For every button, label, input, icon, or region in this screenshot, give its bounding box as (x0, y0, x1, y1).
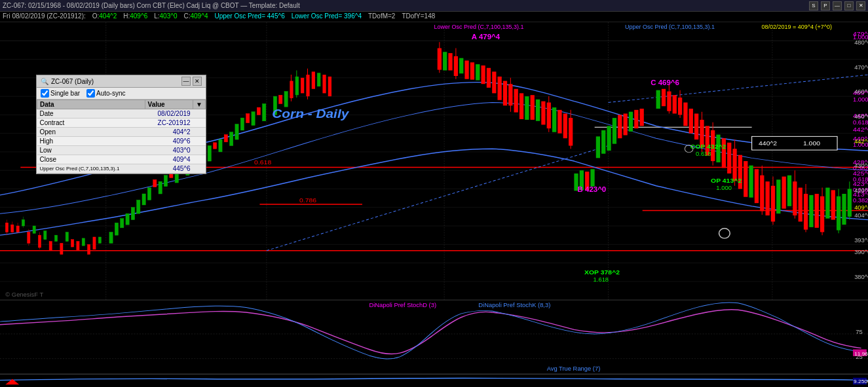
svg-rect-56 (126, 213, 129, 225)
svg-text:Corn - Daily: Corn - Daily (272, 107, 349, 120)
svg-rect-176 (809, 195, 813, 227)
s-button[interactable]: S (809, 1, 818, 10)
dw-label-cell: High (37, 137, 145, 146)
svg-rect-55 (121, 219, 124, 228)
svg-rect-95 (328, 77, 331, 96)
svg-text:© GenesisF T: © GenesisF T (5, 292, 43, 298)
svg-text:425^0: 425^0 (853, 170, 868, 176)
svg-rect-122 (557, 110, 561, 134)
svg-rect-60 (147, 188, 151, 200)
svg-text:1.000: 1.000 (716, 185, 732, 191)
svg-text:1.000: 1.000 (853, 96, 868, 102)
svg-text:404^6: 404^6 (854, 212, 868, 218)
minimize-button[interactable]: — (833, 1, 842, 10)
chart-container[interactable]: Lower Osc Pred (C,7,100,135,3).1 Upper O… (0, 22, 868, 387)
svg-text:450^0: 450^0 (854, 113, 868, 119)
svg-rect-92 (312, 71, 315, 88)
svg-text:442^6: 442^6 (854, 138, 868, 144)
svg-rect-146 (683, 103, 687, 126)
svg-rect-160 (744, 161, 747, 197)
dw-table-row: Date08/02/2019 (37, 109, 206, 119)
col-value-header: Value (145, 100, 193, 109)
svg-text:11.96: 11.96 (854, 351, 868, 357)
auto-sync-checkbox[interactable]: Auto-sync (86, 89, 125, 98)
svg-rect-41 (71, 240, 74, 247)
svg-rect-129 (590, 169, 594, 186)
svg-text:0.618: 0.618 (254, 158, 272, 165)
svg-rect-137 (634, 110, 638, 128)
dw-table-row: Close409^4 (37, 155, 206, 164)
dw-table-row: ContractZC-201912 (37, 119, 206, 128)
infobar: Fri 08/02/2019 (ZC-201912): O:404^2 H:40… (0, 12, 868, 22)
close-button[interactable]: ✕ (856, 1, 865, 10)
svg-rect-49 (54, 235, 57, 241)
svg-text:0.382: 0.382 (853, 198, 868, 204)
svg-rect-42 (77, 242, 79, 250)
svg-rect-48 (44, 231, 47, 240)
svg-text:COP 432^2: COP 432^2 (690, 143, 726, 150)
main-area: Lower Osc Pred (C,7,100,135,3).1 Upper O… (0, 22, 868, 387)
svg-text:440^2: 440^2 (759, 140, 778, 147)
titlebar-text: ZC-067: 02/15/1968 - 08/02/2019 (Daily b… (3, 2, 300, 9)
svg-text:390^0: 390^0 (854, 249, 868, 255)
svg-rect-180 (825, 188, 829, 219)
svg-rect-69 (235, 124, 238, 140)
svg-text:A 479^4: A 479^4 (472, 33, 500, 41)
svg-rect-165 (766, 181, 770, 215)
svg-rect-177 (815, 194, 819, 228)
svg-rect-54 (115, 223, 118, 235)
dw-label-cell: Low (37, 146, 145, 155)
svg-rect-113 (514, 89, 518, 113)
dw-minimize[interactable]: — (181, 77, 191, 86)
svg-rect-114 (519, 93, 523, 119)
svg-text:9.2500: 9.2500 (854, 379, 868, 385)
single-bar-checkbox[interactable]: Single bar (41, 89, 80, 98)
titlebar-controls: S P — □ ✕ (809, 1, 865, 10)
dw-value-cell: 08/02/2019 (145, 109, 193, 119)
p-button[interactable]: P (821, 1, 830, 10)
dw-close[interactable]: ✕ (193, 77, 202, 86)
svg-rect-106 (481, 65, 485, 84)
dw-table-row: Low403^0 (37, 146, 206, 155)
open-info: O:404^2 (92, 12, 117, 21)
svg-text:Avg True Range (7): Avg True Range (7) (547, 366, 601, 372)
col-scroll[interactable]: ▼ (193, 100, 206, 109)
svg-text:DiNapoli Pref StochD (3): DiNapoli Pref StochD (3) (369, 303, 436, 308)
svg-rect-66 (208, 145, 211, 161)
svg-rect-52 (98, 237, 101, 243)
svg-rect-110 (503, 81, 507, 106)
svg-rect-61 (159, 181, 162, 194)
svg-rect-99 (448, 53, 452, 70)
col-data-header: Data (37, 100, 145, 109)
dw-title-left: 🔍 ZC-067 (Daily) (41, 78, 94, 85)
dw-title-text: ZC-067 (Daily) (51, 78, 94, 85)
svg-rect-50 (66, 232, 68, 241)
svg-rect-105 (476, 64, 480, 81)
svg-rect-47 (33, 226, 35, 233)
svg-rect-116 (531, 95, 535, 120)
svg-rect-89 (301, 78, 304, 94)
svg-text:0.618: 0.618 (696, 151, 711, 157)
svg-rect-130 (596, 136, 600, 158)
low-info: L:403^0 (154, 12, 177, 21)
upper-osc-pred-label: Upper Osc Pred (C,7,100,135,3).1 (625, 24, 715, 30)
svg-rect-170 (787, 175, 791, 206)
svg-rect-104 (470, 62, 474, 79)
tdofm-info: TDofM=2 (368, 12, 395, 21)
svg-rect-131 (601, 130, 605, 154)
dw-table-body: Date08/02/2019ContractZC-201912Open404^2… (37, 109, 206, 174)
svg-rect-121 (552, 107, 556, 132)
svg-rect-132 (607, 126, 611, 151)
maximize-button[interactable]: □ (844, 1, 854, 10)
svg-text:420^0: 420^0 (854, 188, 868, 194)
svg-rect-108 (492, 71, 496, 93)
dw-value-cell: 409^4 (145, 155, 193, 164)
svg-rect-51 (82, 238, 85, 246)
data-window: 🔍 ZC-067 (Daily) — ✕ Single bar Auto-syn… (36, 75, 206, 174)
svg-rect-94 (322, 75, 326, 93)
svg-text:480^0: 480^0 (854, 39, 868, 45)
svg-rect-93 (317, 73, 320, 86)
svg-rect-59 (142, 194, 145, 205)
svg-rect-68 (230, 132, 233, 146)
high-info: H:409^6 (123, 12, 147, 21)
